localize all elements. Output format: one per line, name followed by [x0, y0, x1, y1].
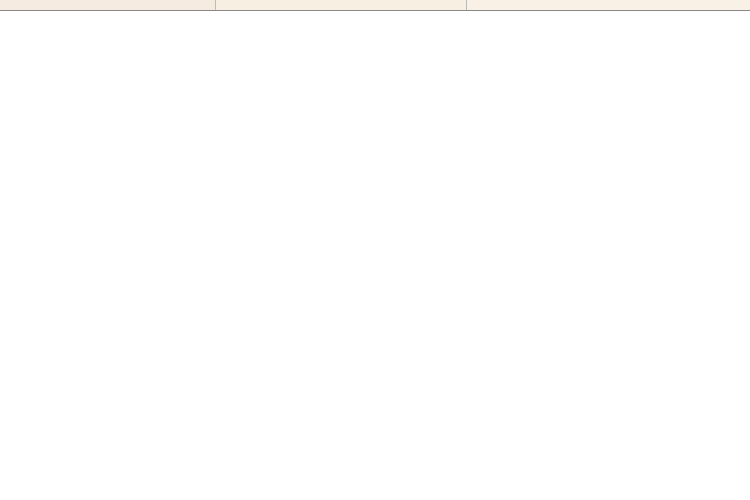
disassembly-panel[interactable]: certego — [0, 0, 750, 11]
disasm-column — [215, 0, 467, 10]
bytes-column — [105, 0, 215, 10]
comment-header — [467, 0, 750, 10]
graph-column — [0, 0, 40, 10]
address-column — [40, 0, 105, 10]
comment-column — [467, 0, 750, 10]
